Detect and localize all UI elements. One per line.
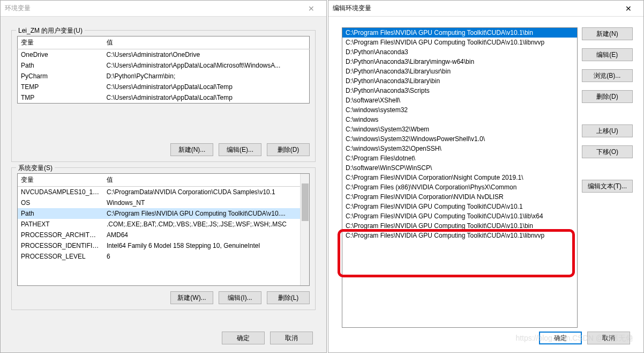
- var-name: Path: [18, 208, 103, 219]
- table-row[interactable]: OSWindows_NT: [18, 197, 309, 208]
- env-vars-dialog: 环境变量 ✕ Lei_ZM 的用户变量(U) 变量 值 OneDriveC:\U…: [0, 0, 327, 353]
- titlebar: 编辑环境变量 ✕: [328, 1, 643, 17]
- var-value: .COM;.EXE;.BAT;.CMD;.VBS;.VBE;.JS;.JSE;.…: [103, 219, 309, 230]
- var-value: 6: [103, 251, 309, 262]
- var-value: C:\Program Files\NVIDIA GPU Computing To…: [103, 208, 309, 219]
- var-value: Windows_NT: [103, 197, 309, 208]
- edit-env-var-dialog: 编辑环境变量 ✕ C:\Program Files\NVIDIA GPU Com…: [328, 0, 644, 353]
- delete-sys-var-button[interactable]: 删除(L): [267, 291, 310, 304]
- system-vars-group: 系统变量(S) 变量 值 NVCUDASAMPLES10_1_R...C:\Pr…: [11, 167, 316, 310]
- path-item[interactable]: C:\windows\System32\Wbem: [342, 124, 577, 134]
- path-item[interactable]: C:\windows\system32: [342, 105, 577, 115]
- close-icon[interactable]: ✕: [618, 1, 639, 16]
- col-header-val[interactable]: 值: [103, 36, 310, 49]
- table-row[interactable]: NVCUDASAMPLES10_1_R...C:\ProgramData\NVI…: [18, 187, 309, 198]
- scrollbar[interactable]: [300, 174, 309, 285]
- path-item[interactable]: C:\Program Files\NVIDIA GPU Computing To…: [342, 38, 577, 47]
- browse-path-button[interactable]: 浏览(B)...: [582, 69, 633, 82]
- edit-path-button[interactable]: 编辑(E): [582, 48, 633, 61]
- table-row[interactable]: PATHEXT.COM;.EXE;.BAT;.CMD;.VBS;.VBE;.JS…: [18, 219, 309, 230]
- col-header-var[interactable]: 变量: [18, 36, 103, 49]
- titlebar: 环境变量 ✕: [1, 1, 326, 17]
- ok-button[interactable]: 确定: [539, 332, 582, 344]
- table-row[interactable]: PathC:\Program Files\NVIDIA GPU Computin…: [18, 208, 309, 219]
- var-name: PROCESSOR_LEVEL: [18, 251, 103, 262]
- edit-sys-var-button[interactable]: 编辑(I)...: [219, 291, 261, 304]
- left-bottom-buttons: 确定 取消: [222, 332, 313, 344]
- table-row[interactable]: PathC:\Users\Administrator\AppData\Local…: [18, 60, 310, 71]
- edit-user-var-button[interactable]: 编辑(E)...: [219, 143, 261, 156]
- user-vars-buttons: 新建(N)... 编辑(E)... 删除(D): [17, 143, 310, 156]
- user-vars-table[interactable]: 变量 值 OneDriveC:\Users\Administrator\OneD…: [17, 36, 310, 104]
- table-row[interactable]: PROCESSOR_IDENTIFIERIntel64 Family 6 Mod…: [18, 240, 309, 251]
- move-up-button[interactable]: 上移(U): [582, 124, 633, 137]
- dialog-title: 编辑环境变量: [333, 4, 371, 13]
- path-item[interactable]: C:\windows: [342, 115, 577, 124]
- path-item[interactable]: D:\software\WinSCP\WinSCP\: [342, 163, 577, 173]
- var-name: PATHEXT: [18, 219, 103, 230]
- right-bottom-buttons: 确定 取消: [539, 332, 630, 344]
- user-vars-label: Lei_ZM 的用户变量(U): [16, 26, 85, 35]
- path-item[interactable]: D:\Python\Anaconda3\Library\mingw-w64\bi…: [342, 57, 577, 67]
- path-item[interactable]: D:\Python\Anaconda3\Library\bin: [342, 76, 577, 86]
- path-item[interactable]: D:\software\XShell\: [342, 95, 577, 105]
- var-name: Path: [18, 60, 103, 71]
- path-item[interactable]: D:\Python\Anaconda3\Scripts: [342, 86, 577, 95]
- table-row[interactable]: PROCESSOR_ARCHITECT...AMD64: [18, 230, 309, 240]
- path-item[interactable]: C:\Program Files\NVIDIA GPU Computing To…: [342, 211, 577, 221]
- path-item[interactable]: C:\windows\System32\WindowsPowerShell\v1…: [342, 134, 577, 144]
- table-row[interactable]: TMPC:\Users\Administrator\AppData\Local\…: [18, 92, 310, 104]
- var-value: AMD64: [103, 230, 309, 240]
- var-value: C:\Users\Administrator\OneDrive: [103, 49, 310, 61]
- col-header-var[interactable]: 变量: [18, 174, 103, 187]
- edit-text-button[interactable]: 编辑文本(T)...: [582, 180, 633, 193]
- delete-user-var-button[interactable]: 删除(D): [267, 143, 310, 156]
- var-name: PROCESSOR_IDENTIFIER: [18, 240, 103, 251]
- table-row[interactable]: TEMPC:\Users\Administrator\AppData\Local…: [18, 82, 310, 92]
- path-item[interactable]: C:\Program Files\NVIDIA Corporation\NVID…: [342, 192, 577, 202]
- path-item[interactable]: D:\Python\Anaconda3: [342, 47, 577, 57]
- user-vars-table-wrap: 变量 值 OneDriveC:\Users\Administrator\OneD…: [17, 36, 310, 138]
- var-value: C:\Users\Administrator\AppData\Local\Tem…: [103, 82, 310, 92]
- ok-button[interactable]: 确定: [222, 332, 265, 344]
- path-item[interactable]: C:\Program Files (x86)\NVIDIA Corporatio…: [342, 182, 577, 192]
- new-sys-var-button[interactable]: 新建(W)...: [170, 291, 213, 304]
- scrollbar-thumb[interactable]: [302, 183, 309, 221]
- path-item[interactable]: C:\windows\System32\OpenSSH\: [342, 144, 577, 153]
- var-value: Intel64 Family 6 Model 158 Stepping 10, …: [103, 240, 309, 251]
- var-name: OS: [18, 197, 103, 208]
- var-name: OneDrive: [18, 49, 103, 61]
- col-header-val[interactable]: 值: [103, 174, 309, 187]
- path-item[interactable]: C:\Program Files\NVIDIA GPU Computing To…: [342, 28, 577, 38]
- var-name: TMP: [18, 92, 103, 104]
- var-value: C:\Users\Administrator\AppData\Local\Mic…: [103, 60, 310, 71]
- var-value: D:\Python\PyCharm\bin;: [103, 71, 310, 82]
- delete-path-button[interactable]: 删除(D): [582, 90, 633, 103]
- new-path-button[interactable]: 新建(N): [582, 27, 633, 40]
- system-vars-table[interactable]: 变量 值 NVCUDASAMPLES10_1_R...C:\ProgramDat…: [18, 174, 309, 262]
- var-name: PROCESSOR_ARCHITECT...: [18, 230, 103, 240]
- user-vars-group: Lei_ZM 的用户变量(U) 变量 值 OneDriveC:\Users\Ad…: [11, 30, 316, 162]
- system-vars-buttons: 新建(W)... 编辑(I)... 删除(L): [17, 291, 310, 304]
- table-row[interactable]: OneDriveC:\Users\Administrator\OneDrive: [18, 49, 310, 61]
- right-side-buttons: 新建(N) 编辑(E) 浏览(B)... 删除(D) 上移(U) 下移(O) 编…: [582, 27, 633, 193]
- path-item[interactable]: C:\Program Files\NVIDIA GPU Computing To…: [342, 221, 577, 231]
- var-name: TEMP: [18, 82, 103, 92]
- var-value: C:\ProgramData\NVIDIA Corporation\CUDA S…: [103, 187, 309, 198]
- move-down-button[interactable]: 下移(O): [582, 145, 633, 158]
- cancel-button[interactable]: 取消: [270, 332, 313, 344]
- table-row[interactable]: PROCESSOR_LEVEL6: [18, 251, 309, 262]
- cancel-button[interactable]: 取消: [587, 332, 630, 344]
- close-icon[interactable]: ✕: [301, 1, 322, 16]
- path-item[interactable]: C:\Program Files\NVIDIA GPU Computing To…: [342, 231, 577, 240]
- system-vars-label: 系统变量(S): [16, 164, 55, 173]
- new-user-var-button[interactable]: 新建(N)...: [170, 143, 213, 156]
- path-item[interactable]: C:\Program Files\dotnet\: [342, 153, 577, 163]
- table-row[interactable]: PyCharmD:\Python\PyCharm\bin;: [18, 71, 310, 82]
- path-item[interactable]: D:\Python\Anaconda3\Library\usr\bin: [342, 67, 577, 76]
- path-item[interactable]: C:\Program Files\NVIDIA GPU Computing To…: [342, 202, 577, 211]
- var-value: C:\Users\Administrator\AppData\Local\Tem…: [103, 92, 310, 104]
- path-item[interactable]: C:\Program Files\NVIDIA Corporation\Nsig…: [342, 173, 577, 182]
- path-list[interactable]: C:\Program Files\NVIDIA GPU Computing To…: [342, 27, 578, 328]
- var-name: PyCharm: [18, 71, 103, 82]
